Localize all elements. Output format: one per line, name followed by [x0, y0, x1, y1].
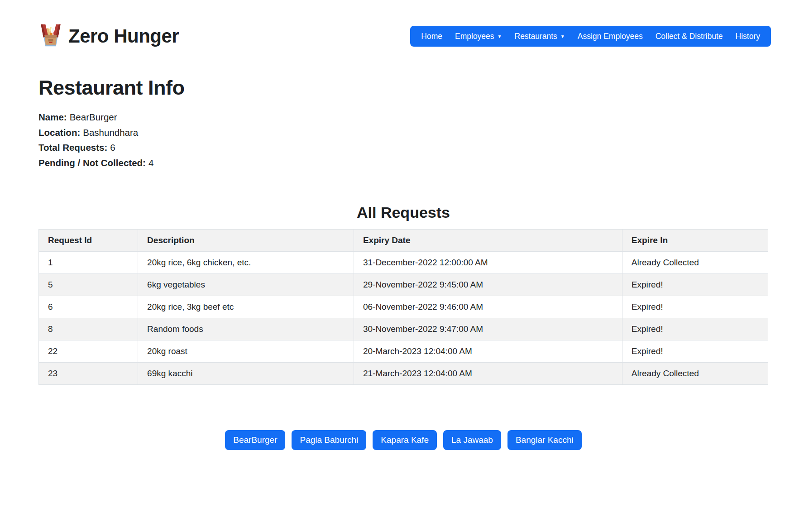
cell-request-id: 1: [39, 252, 138, 274]
cell-expiry-date: 31-December-2022 12:00:00 AM: [354, 252, 622, 274]
restaurant-button-la-jawaab[interactable]: La Jawaab: [443, 430, 501, 450]
cell-description: 6kg vegetables: [138, 274, 354, 296]
col-description: Description: [138, 230, 354, 252]
cell-description: 20kg rice, 3kg beef etc: [138, 296, 354, 318]
cell-request-id: 6: [39, 296, 138, 318]
cell-expire-in: Expired!: [622, 340, 768, 363]
cell-expire-in: Expired!: [622, 318, 768, 340]
restaurant-button-row: BearBurger Pagla Baburchi Kapara Kafe La…: [38, 430, 768, 450]
all-requests-title: All Requests: [38, 204, 768, 221]
chevron-down-icon: ▼: [498, 34, 502, 39]
info-location: Location:Bashundhara: [38, 125, 768, 140]
cell-request-id: 5: [39, 274, 138, 296]
cell-expiry-date: 06-November-2022 9:46:00 AM: [354, 296, 622, 318]
cell-request-id: 22: [39, 340, 138, 363]
page-header: Zero Hunger Home Employees▼ Restaurants▼…: [0, 0, 809, 50]
table-row: 8 Random foods 30-November-2022 9:47:00 …: [39, 318, 768, 340]
chevron-down-icon: ▼: [560, 34, 565, 39]
brand-title: Zero Hunger: [68, 25, 179, 47]
requests-table: Request Id Description Expiry Date Expir…: [38, 229, 768, 385]
nav-item-assign-employees[interactable]: Assign Employees: [571, 27, 649, 46]
table-row: 23 69kg kacchi 21-March-2023 12:04:00 AM…: [39, 363, 768, 385]
restaurant-button-bearburger[interactable]: BearBurger: [225, 430, 285, 450]
nav-item-restaurants[interactable]: Restaurants▼: [508, 27, 571, 46]
cell-request-id: 8: [39, 318, 138, 340]
cell-expiry-date: 21-March-2023 12:04:00 AM: [354, 363, 622, 385]
restaurant-button-kapara-kafe[interactable]: Kapara Kafe: [373, 430, 437, 450]
page-title: Restaurant Info: [38, 76, 768, 100]
restaurant-button-banglar-kacchi[interactable]: Banglar Kacchi: [507, 430, 582, 450]
cell-expire-in: Expired!: [622, 274, 768, 296]
table-row: 5 6kg vegetables 29-November-2022 9:45:0…: [39, 274, 768, 296]
nav-item-collect-distribute[interactable]: Collect & Distribute: [649, 27, 729, 46]
info-pending: Pending / Not Collected:4: [38, 155, 768, 171]
cell-expiry-date: 20-March-2023 12:04:00 AM: [354, 340, 622, 363]
brand[interactable]: Zero Hunger: [38, 23, 179, 50]
bottom-divider: [59, 463, 768, 463]
cell-expire-in: Expired!: [622, 296, 768, 318]
cell-expire-in: Already Collected: [622, 363, 768, 385]
main-content: Restaurant Info Name:BearBurger Location…: [0, 76, 809, 463]
table-row: 1 20kg rice, 6kg chicken, etc. 31-Decemb…: [39, 252, 768, 274]
cell-description: 20kg roast: [138, 340, 354, 363]
col-request-id: Request Id: [39, 230, 138, 252]
cell-description: Random foods: [138, 318, 354, 340]
cell-expire-in: Already Collected: [622, 252, 768, 274]
nav-item-employees[interactable]: Employees▼: [449, 27, 508, 46]
grocery-bag-icon: [38, 23, 63, 50]
table-header-row: Request Id Description Expiry Date Expir…: [39, 230, 768, 252]
table-row: 6 20kg rice, 3kg beef etc 06-November-20…: [39, 296, 768, 318]
cell-expiry-date: 30-November-2022 9:47:00 AM: [354, 318, 622, 340]
table-row: 22 20kg roast 20-March-2023 12:04:00 AM …: [39, 340, 768, 363]
restaurant-info-block: Name:BearBurger Location:Bashundhara Tot…: [38, 110, 768, 170]
cell-description: 20kg rice, 6kg chicken, etc.: [138, 252, 354, 274]
main-navbar: Home Employees▼ Restaurants▼ Assign Empl…: [410, 26, 771, 47]
cell-request-id: 23: [39, 363, 138, 385]
cell-expiry-date: 29-November-2022 9:45:00 AM: [354, 274, 622, 296]
col-expire-in: Expire In: [622, 230, 768, 252]
info-name: Name:BearBurger: [38, 110, 768, 125]
nav-item-history[interactable]: History: [729, 27, 766, 46]
nav-item-home[interactable]: Home: [415, 27, 449, 46]
info-total-requests: Total Requests:6: [38, 140, 768, 155]
restaurant-button-pagla-baburchi[interactable]: Pagla Baburchi: [292, 430, 366, 450]
cell-description: 69kg kacchi: [138, 363, 354, 385]
col-expiry-date: Expiry Date: [354, 230, 622, 252]
